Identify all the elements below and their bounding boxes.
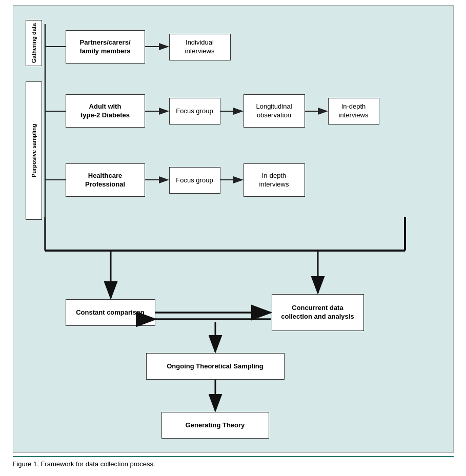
individual-interviews-box: Individualinterviews [169,34,231,60]
generating-theory-box: Generating Theory [161,412,269,439]
gathering-data-label: Gathering data [26,20,42,66]
focus-group-2-box: Focus group [169,167,220,194]
indepth-interviews-1-box: In-depthinterviews [328,98,379,125]
constant-comparison-box: Constant comparison [66,299,155,326]
ongoing-sampling-box: Ongoing Theoretical Sampling [146,353,285,380]
concurrent-box: Concurrent datacollection and analysis [272,294,364,331]
partners-box: Partners/carers/family members [66,30,145,64]
longitudinal-box: Longitudinalobservation [244,94,305,128]
diagram-area: Gathering data Purposive sampling Partne… [21,15,446,445]
figure-caption-area: Figure 1. Framework for data collection … [13,456,454,468]
healthcare-box: HealthcareProfessional [66,163,145,197]
indepth-interviews-2-box: In-depthinterviews [244,163,305,197]
adult-diabetes-box: Adult withtype-2 Diabetes [66,94,145,128]
focus-group-1-box: Focus group [169,98,220,125]
purposive-sampling-label: Purposive sampling [26,81,42,220]
arrows-svg [21,15,446,445]
figure-container: Gathering data Purposive sampling Partne… [13,5,454,453]
figure-caption: Figure 1. Framework for data collection … [13,460,155,468]
